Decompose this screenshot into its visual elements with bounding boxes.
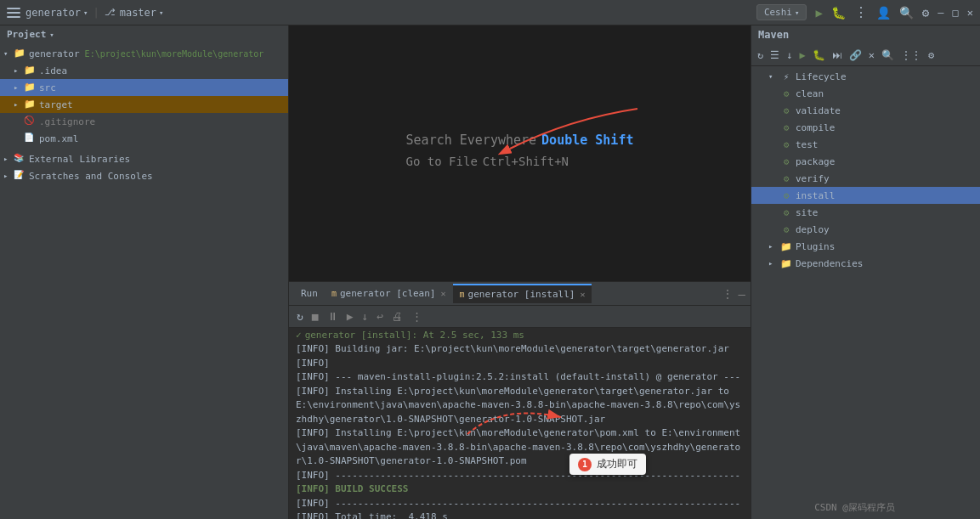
maven-item-clean[interactable]: ⚙ clean <box>751 85 980 102</box>
arrow-target <box>14 100 22 109</box>
file-pom-icon: 📄 <box>24 133 36 144</box>
tree-label-generator: generator <box>29 48 80 59</box>
maven-refresh-icon[interactable]: ↻ <box>755 48 766 63</box>
tab-m-icon-install: m <box>460 290 465 299</box>
tree-label-scratches: Scratches and Consoles <box>29 171 153 182</box>
tree-item-gitignore[interactable]: 🚫 .gitignore <box>0 113 288 130</box>
folder-generator-icon: 📁 <box>14 48 25 59</box>
maven-item-lifecycle[interactable]: ⚡ Lifecycle <box>751 68 980 85</box>
arrow-plugins <box>768 242 777 251</box>
more-actions-icon[interactable]: ⋮ <box>854 4 868 20</box>
validate-icon: ⚙ <box>780 105 792 116</box>
log-line-6: [INFO] ---------------------------------… <box>296 469 744 483</box>
arrow-lifecycle <box>768 72 777 81</box>
tab-clean-close[interactable]: ✕ <box>441 289 446 298</box>
log-line-4: [INFO] Installing E:\project\kun\moreMod… <box>296 385 744 427</box>
log-line-7: [INFO] BUILD SUCCESS <box>296 482 744 497</box>
tree-item-pom[interactable]: 📄 pom.xml <box>0 130 288 147</box>
maven-item-compile[interactable]: ⚙ compile <box>751 119 980 136</box>
tab-clean[interactable]: m generator [clean] ✕ <box>325 285 453 302</box>
project-tree: 📁 generator E:\project\kun\moreModule\ge… <box>0 43 288 519</box>
maven-item-site[interactable]: ⚙ site <box>751 204 980 221</box>
window-close-icon[interactable]: ✕ <box>967 7 973 19</box>
maven-stop-icon[interactable]: ✕ <box>866 48 877 63</box>
tree-item-src[interactable]: 📁 src <box>0 79 288 96</box>
maven-thread-icon[interactable]: 🔗 <box>847 48 864 63</box>
maven-settings-icon[interactable]: ⚙ <box>926 48 937 63</box>
branch-chevron-icon: ▾ <box>159 8 163 17</box>
tab-install[interactable]: m generator [install] ✕ <box>453 284 592 303</box>
window-minimize-icon[interactable]: — <box>938 7 943 19</box>
tab-install-close[interactable]: ✕ <box>580 290 585 299</box>
run-status-text: generator [install]: At 2.5 sec, 133 ms <box>305 330 524 341</box>
stop-icon[interactable]: ■ <box>309 308 321 324</box>
log-line-5: [INFO] Installing E:\project\kun\moreMod… <box>296 426 744 469</box>
log-text-5: [INFO] Installing E:\project\kun\moreMod… <box>296 426 744 469</box>
site-label: site <box>796 207 819 218</box>
top-bar-right: Ceshi ▾ ▶ 🐛 ⋮ 👤 🔍 ⚙ — □ ✕ <box>756 4 973 20</box>
maven-item-package[interactable]: ⚙ package <box>751 153 980 170</box>
compile-label: compile <box>796 122 835 133</box>
maven-search-icon[interactable]: 🔍 <box>879 48 897 63</box>
scroll-to-end-icon[interactable]: ↓ <box>359 308 371 324</box>
tree-item-idea[interactable]: 📁 .idea <box>0 62 288 79</box>
ceshi-button[interactable]: Ceshi ▾ <box>756 4 807 20</box>
maven-item-deploy[interactable]: ⚙ deploy <box>751 221 980 238</box>
run-tab-icons: ⋮ — <box>722 287 745 301</box>
rerun-icon[interactable]: ↻ <box>294 308 306 324</box>
maven-item-dependencies[interactable]: 📁 Dependencies <box>751 255 980 272</box>
run-panel: Run m generator [clean] ✕ m generator [i… <box>289 281 751 519</box>
site-icon: ⚙ <box>780 207 792 218</box>
lifecycle-label: Lifecycle <box>796 71 847 82</box>
csdn-watermark: CSDN @屎码程序员 <box>814 501 895 514</box>
maven-item-install[interactable]: ⚙ install <box>751 187 980 204</box>
tree-item-external-libs[interactable]: 📚 External Libraries <box>0 150 288 167</box>
maven-run-icon[interactable]: ▶ <box>796 48 807 63</box>
tree-item-target[interactable]: 📁 target <box>0 96 288 113</box>
search-everywhere-label: Search Everywhere <box>406 133 537 148</box>
tab-run[interactable]: Run <box>294 285 325 302</box>
project-panel-title: Project ▾ <box>0 25 288 43</box>
main-layout: Project ▾ 📁 generator E:\project\kun\mor… <box>0 25 980 519</box>
maven-columns-icon[interactable]: ⋮⋮ <box>898 48 924 63</box>
run-toolbar: ↻ ■ ⏸ ▶ ↓ ↩ 🖨 ⋮ <box>289 306 751 328</box>
log-line-3: [INFO] --- maven-install-plugin:2.5.2:in… <box>296 370 744 385</box>
maven-item-verify[interactable]: ⚙ verify <box>751 170 980 187</box>
log-text-3: [INFO] --- maven-install-plugin:2.5.2:in… <box>296 370 740 385</box>
tree-label-target: target <box>39 99 73 110</box>
run-tabs-bar: Run m generator [clean] ✕ m generator [i… <box>289 282 751 306</box>
soft-wrap-icon[interactable]: ↩ <box>374 308 386 324</box>
tree-item-generator-root[interactable]: 📁 generator E:\project\kun\moreModule\ge… <box>0 45 288 62</box>
top-bar: generator ▾ | ⎇ master ▾ Ceshi ▾ ▶ 🐛 ⋮ 👤… <box>0 0 980 25</box>
settings-icon[interactable]: ⚙ <box>922 6 929 20</box>
project-name-label[interactable]: generator ▾ <box>25 7 88 19</box>
profile-icon[interactable]: 👤 <box>876 6 891 20</box>
search-icon[interactable]: 🔍 <box>899 6 914 20</box>
run-icon[interactable]: ▶ <box>815 6 822 20</box>
file-gitignore-icon: 🚫 <box>24 116 36 127</box>
compile-icon: ⚙ <box>780 122 792 133</box>
hamburger-menu-icon[interactable] <box>7 8 20 18</box>
maven-item-test[interactable]: ⚙ test <box>751 136 980 153</box>
deploy-label: deploy <box>796 224 830 235</box>
branch-label[interactable]: ⎇ master ▾ <box>105 7 164 19</box>
plugins-label: Plugins <box>796 241 835 252</box>
deploy-icon: ⚙ <box>780 224 792 235</box>
resume-icon[interactable]: ▶ <box>344 308 356 324</box>
tree-item-scratches[interactable]: 📝 Scratches and Consoles <box>0 167 288 184</box>
maven-skip-tests-icon[interactable]: ⏭ <box>830 48 845 63</box>
pause-icon[interactable]: ⏸ <box>325 308 341 324</box>
maven-debug-icon[interactable]: 🐛 <box>810 48 828 63</box>
maven-tree: ⚡ Lifecycle ⚙ clean ⚙ validate ⚙ compile… <box>751 66 980 519</box>
run-panel-settings-icon[interactable]: ⋮ <box>722 287 734 301</box>
icon-external-libs: 📚 <box>14 153 25 165</box>
maven-add-icon[interactable]: ☰ <box>768 48 782 63</box>
debug-icon[interactable]: 🐛 <box>831 6 846 20</box>
maven-item-validate[interactable]: ⚙ validate <box>751 102 980 119</box>
window-maximize-icon[interactable]: □ <box>953 7 959 19</box>
maven-download-icon[interactable]: ↓ <box>784 48 795 63</box>
more-run-options-icon[interactable]: ⋮ <box>409 308 425 324</box>
maven-item-plugins[interactable]: 📁 Plugins <box>751 238 980 255</box>
run-panel-minimize-icon[interactable]: — <box>739 287 745 301</box>
print-icon[interactable]: 🖨 <box>389 308 405 324</box>
